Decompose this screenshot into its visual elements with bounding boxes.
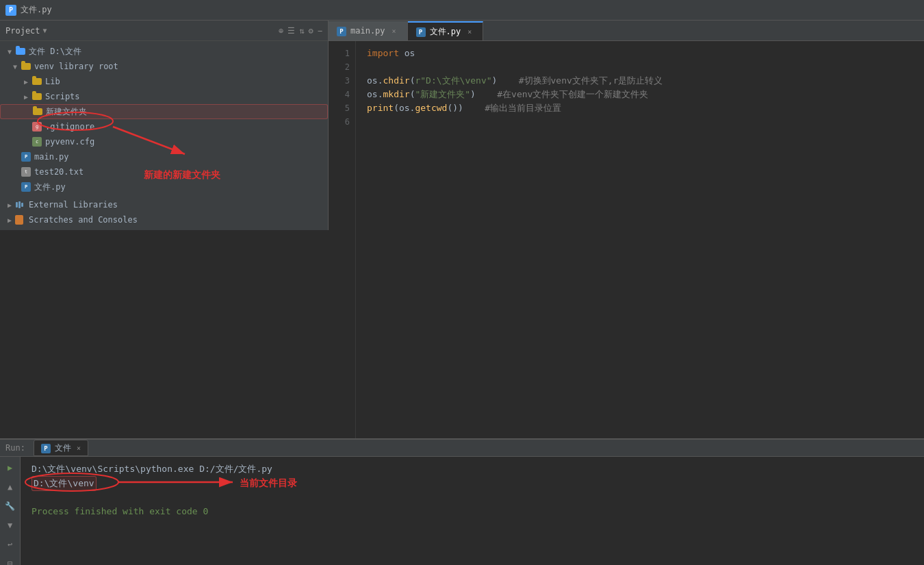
code-area: 1 2 3 4 5 6 import os os.chdir(r"D:\文件\v… — [329, 41, 924, 438]
scripts-label: Scripts — [45, 92, 80, 101]
root-folder-icon — [15, 46, 26, 57]
pyvenv-icon: c — [31, 136, 42, 147]
tree-file-py[interactable]: ▶ P 文件.py — [0, 179, 328, 194]
code-line-1: import os — [367, 47, 913, 60]
code-line-3: os.chdir(r"D:\文件\venv") #切换到venv文件夹下,r是防… — [367, 74, 913, 88]
tree-scripts[interactable]: ▶ Scripts — [0, 89, 328, 104]
gitignore-label: .gitignore — [45, 122, 94, 131]
console-area: ▶ ▲ 🔧 ▼ ↩ ⊟ 🖨 🗑 D:\文件\venv\Scripts\pytho… — [0, 457, 924, 565]
lib-label: Lib — [45, 77, 60, 86]
bottom-panel: Run: P 文件 × ▶ ▲ 🔧 ▼ ↩ ⊟ 🖨 🗑 — [0, 438, 924, 565]
run-tabs: Run: P 文件 × — [0, 440, 924, 457]
editor: P main.py × P 文件.py × 1 2 3 4 5 6 import… — [329, 21, 924, 438]
project-title: Project — [5, 26, 40, 36]
tab-main-py-close[interactable]: × — [389, 26, 399, 36]
project-label: Project ▼ — [5, 26, 47, 36]
tree-main-py[interactable]: ▶ P main.py — [0, 149, 328, 164]
expand-arrow: ▼ — [5, 47, 14, 55]
console-line-3 — [31, 491, 913, 505]
sidebar-wrapper: Project ▼ ⊕ ☰ ⇅ ⚙ − ▼ 文件 D:\文件 — [0, 21, 329, 438]
tree-gitignore[interactable]: ▶ g .gitignore — [0, 119, 328, 134]
root-label: 文件 D:\文件 — [29, 46, 81, 58]
venv-label: venv library root — [34, 62, 118, 71]
line-num-4: 4 — [329, 88, 350, 101]
ext-libs-arrow: ▶ — [5, 201, 14, 209]
editor-tabs: P main.py × P 文件.py × — [329, 21, 924, 41]
venv-folder-icon — [21, 61, 31, 72]
wrench-button[interactable]: 🔧 — [3, 499, 17, 513]
sidebar: Project ▼ ⊕ ☰ ⇅ ⚙ − ▼ 文件 D:\文件 — [0, 21, 329, 230]
run-tab-icon: P — [41, 443, 51, 453]
console-line-4: Process finished with exit code 0 — [31, 505, 913, 518]
test-txt-icon: t — [21, 166, 31, 177]
tree-test-txt[interactable]: ▶ t test20.txt — [0, 164, 328, 179]
file-tree: ▼ 文件 D:\文件 ▼ venv library root ▶ Lib — [0, 41, 328, 230]
scratches-label: Scratches and Consoles — [29, 215, 138, 225]
run-button[interactable]: ▶ — [3, 461, 17, 475]
file-py-label: 文件.py — [34, 181, 66, 193]
line-num-3: 3 — [329, 74, 350, 88]
tree-lib[interactable]: ▶ Lib — [0, 74, 328, 89]
scroll-down-button[interactable]: ▼ — [3, 518, 17, 532]
tab-file-py[interactable]: P 文件.py × — [408, 21, 484, 40]
line-num-6: 6 — [329, 115, 350, 129]
code-line-5: print(os.getcwd()) #输出当前目录位置 — [367, 101, 913, 115]
code-line-6 — [367, 115, 913, 129]
collapse-icon[interactable]: ⇅ — [299, 26, 304, 36]
console-output: D:\文件\venv\Scripts\python.exe D:/文件/文件.p… — [21, 457, 924, 524]
run-label: Run: — [5, 443, 25, 453]
tab-main-py[interactable]: P main.py × — [329, 21, 408, 40]
dropdown-arrow[interactable]: ▼ — [43, 27, 47, 34]
tab-file-py-label: 文件.py — [430, 26, 461, 38]
locate-icon[interactable]: ⊕ — [279, 26, 283, 36]
scripts-folder-icon — [31, 91, 42, 102]
scripts-expand-arrow: ▶ — [22, 92, 30, 101]
gitignore-icon: g — [31, 121, 42, 132]
line-numbers: 1 2 3 4 5 6 — [329, 41, 356, 438]
align-button[interactable]: ⊟ — [3, 557, 17, 565]
code-content[interactable]: import os os.chdir(r"D:\文件\venv") #切换到ve… — [356, 41, 924, 438]
tab-file-py-icon: P — [416, 27, 426, 37]
test-txt-label: test20.txt — [34, 167, 84, 177]
tree-root[interactable]: ▼ 文件 D:\文件 — [0, 44, 328, 59]
window-title: 文件.py — [21, 4, 52, 16]
app-icon: P — [5, 5, 16, 16]
tab-file-py-close[interactable]: × — [465, 27, 474, 36]
sidebar-header: Project ▼ ⊕ ☰ ⇅ ⚙ − — [0, 21, 328, 41]
lib-folder-icon — [31, 76, 42, 87]
minimize-icon[interactable]: − — [318, 26, 322, 36]
new-folder-icon — [32, 106, 43, 117]
sidebar-toolbar: ⊕ ☰ ⇅ ⚙ − — [279, 26, 322, 36]
venv-expand-arrow: ▼ — [11, 62, 19, 71]
bottom-panel-wrapper: Run: P 文件 × ▶ ▲ 🔧 ▼ ↩ ⊟ 🖨 🗑 — [0, 438, 924, 565]
scroll-up-button[interactable]: ▲ — [3, 480, 17, 494]
expand-icon[interactable]: ☰ — [287, 26, 295, 36]
scratches-icon — [15, 214, 26, 225]
console-path-highlight: D:\文件\venv — [31, 476, 97, 491]
tree-scratches[interactable]: ▶ Scratches and Consoles — [0, 212, 328, 227]
tree-pyvenv[interactable]: ▶ c pyvenv.cfg — [0, 134, 328, 149]
console-output-container: D:\文件\venv\Scripts\python.exe D:/文件/文件.p… — [21, 457, 924, 565]
line-num-5: 5 — [329, 101, 350, 115]
line-num-2: 2 — [329, 60, 350, 74]
tab-main-py-label: main.py — [350, 26, 385, 36]
main-py-icon: P — [21, 151, 31, 162]
scratches-arrow: ▶ — [5, 216, 14, 224]
console-line-2: D:\文件\venv — [31, 476, 913, 491]
run-tab-close[interactable]: × — [77, 444, 81, 452]
run-tab-file[interactable]: P 文件 × — [34, 440, 88, 456]
code-line-4: os.mkdir("新建文件夹") #在venv文件夹下创建一个新建文件夹 — [367, 88, 913, 101]
file-py-icon: P — [21, 181, 31, 192]
tree-new-folder[interactable]: ▶ 新建文件夹 — [0, 104, 328, 119]
ext-libs-icon — [15, 199, 26, 210]
tab-main-py-icon: P — [337, 26, 346, 36]
code-line-2 — [367, 60, 913, 74]
console-line-1: D:\文件\venv\Scripts\python.exe D:/文件/文件.p… — [31, 462, 913, 476]
wrap-button[interactable]: ↩ — [3, 538, 17, 551]
gear-icon[interactable]: ⚙ — [309, 26, 313, 36]
run-tab-label: 文件 — [55, 442, 71, 454]
tree-ext-libs[interactable]: ▶ External Libraries — [0, 197, 328, 212]
tree-venv[interactable]: ▼ venv library root — [0, 59, 328, 74]
lib-expand-arrow: ▶ — [22, 77, 30, 86]
ext-libs-label: External Libraries — [29, 200, 118, 210]
